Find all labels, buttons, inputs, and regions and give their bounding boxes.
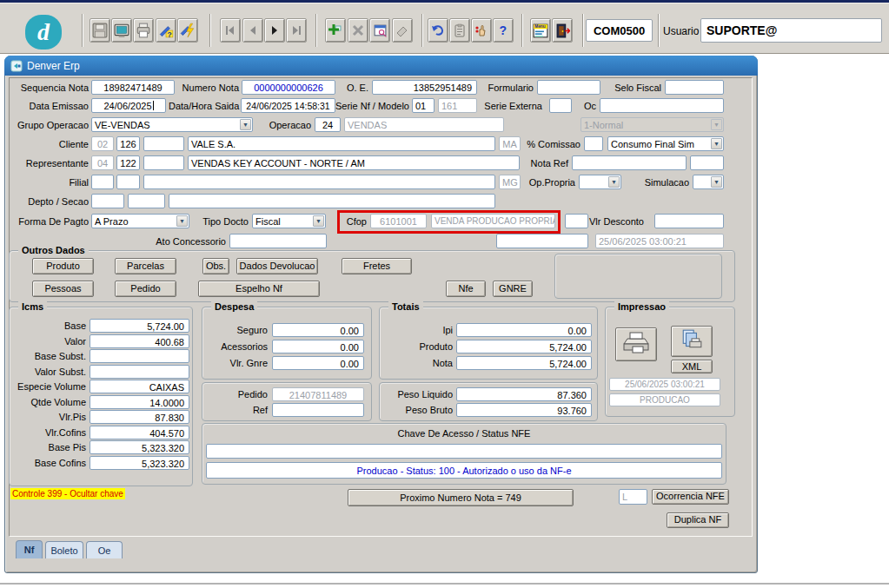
vlr-desconto-field[interactable] — [654, 214, 724, 228]
tab-boleto[interactable]: Boleto — [45, 541, 83, 558]
tab-oe[interactable]: Oe — [86, 541, 123, 558]
vlr-pis-field[interactable]: 87.830 — [90, 410, 189, 424]
peso-liquido-field[interactable]: 87.360 — [456, 387, 592, 401]
nav-last-button[interactable] — [286, 18, 307, 43]
secao-field[interactable] — [128, 194, 165, 208]
serie-nf-field[interactable]: 01 — [412, 98, 435, 113]
edit-help-button[interactable]: ? — [156, 18, 176, 43]
l-field[interactable]: L — [619, 489, 647, 505]
nav-next-button[interactable] — [264, 18, 285, 43]
nota-ref-field[interactable] — [572, 155, 687, 170]
comissao-field[interactable] — [584, 136, 603, 151]
window-titlebar[interactable]: Denver Erp — [4, 56, 758, 76]
numero-nota-field[interactable]: 0000000000626 — [242, 80, 335, 95]
forma-pagto-dropdown[interactable]: A Prazo▼ — [91, 214, 189, 228]
imprimir-nf-button[interactable] — [615, 327, 657, 361]
seguro-field[interactable]: 0.00 — [272, 323, 364, 337]
undo-button[interactable] — [428, 18, 448, 43]
icms-base-field[interactable]: 5,724.00 — [90, 319, 189, 333]
acessorios-field[interactable]: 0.00 — [272, 340, 364, 353]
exit-button[interactable] — [552, 18, 573, 43]
cfop-extra-field[interactable] — [565, 214, 588, 228]
total-produto-field[interactable]: 5,724.00 — [456, 340, 592, 353]
dropdown-arrow-icon[interactable]: ▼ — [313, 215, 324, 227]
ipi-field[interactable]: 0.00 — [456, 323, 592, 337]
peso-bruto-field[interactable]: 93.760 — [456, 403, 592, 417]
especie-volume-field[interactable]: CAIXAS — [90, 380, 189, 393]
execute-button[interactable] — [177, 18, 198, 43]
add-record-button[interactable] — [325, 18, 346, 43]
operacao-codigo-field[interactable]: 24 — [315, 117, 341, 132]
icms-valor-field[interactable]: 400.68 — [90, 334, 189, 348]
total-nota-field[interactable]: 5,724.00 — [456, 356, 592, 370]
consumo-final-dropdown[interactable]: Consumo Final Sim▼ — [607, 136, 724, 151]
dados-devolucao-button[interactable]: Dados Devolucao — [236, 258, 318, 274]
save-button[interactable] — [90, 18, 110, 43]
oc-field[interactable] — [600, 98, 724, 113]
icms-valor-subst-field[interactable] — [90, 365, 189, 379]
delete-record-button[interactable] — [348, 18, 368, 43]
nav-prev-button[interactable] — [242, 18, 263, 43]
dropdown-arrow-icon[interactable]: ▼ — [240, 119, 251, 130]
base-pis-field[interactable]: 5,323.320 — [90, 440, 189, 454]
filial-codigo2-field[interactable] — [116, 175, 140, 189]
serie-externa-field[interactable] — [549, 98, 572, 113]
op-propria-dropdown[interactable]: ▼ — [579, 175, 621, 189]
help-button[interactable]: ? — [493, 18, 514, 43]
filial-nome-field[interactable] — [143, 175, 495, 189]
fretes-button[interactable]: Fretes — [342, 258, 412, 274]
pedido-button[interactable]: Pedido — [115, 281, 176, 297]
extra-field[interactable] — [496, 234, 588, 248]
parcelas-button[interactable]: Parcelas — [115, 258, 176, 274]
ato-concessorio-field[interactable] — [229, 234, 327, 248]
simulacao-dropdown[interactable]: ▼ — [693, 175, 724, 189]
ocorrencia-nfe-button[interactable]: Ocorrencia NFE — [652, 489, 729, 505]
hand-help-button[interactable] — [471, 18, 492, 43]
print-button[interactable] — [133, 18, 154, 43]
obs-button[interactable]: Obs. — [202, 258, 229, 274]
tipo-docto-dropdown[interactable]: Fiscal▼ — [252, 214, 326, 228]
dropdown-arrow-icon[interactable]: ▼ — [608, 176, 620, 188]
proximo-numero-button[interactable]: Proximo Numero Nota = 749 — [348, 489, 574, 506]
preview-button[interactable] — [111, 18, 132, 43]
vlr-gnre-field[interactable]: 0.00 — [272, 356, 364, 370]
sequencia-nota-field[interactable]: 18982471489 — [91, 80, 175, 95]
duplica-nf-button[interactable]: Duplica NF — [667, 512, 729, 528]
base-cofins-field[interactable]: 5,323.320 — [90, 456, 189, 470]
cliente-nome-field[interactable]: VALE S.A. — [188, 136, 495, 151]
pessoas-button[interactable]: Pessoas — [32, 281, 94, 297]
xml-button[interactable]: XML — [671, 360, 713, 373]
qtde-volume-field[interactable]: 14.0000 — [90, 395, 189, 409]
data-hora-saida-field[interactable]: 24/06/2025 14:58:31 — [241, 98, 335, 113]
imprimir-danfe-button[interactable] — [671, 326, 713, 357]
data-emissao-field[interactable]: 24/06/2025 — [91, 98, 166, 113]
icms-base-subst-field[interactable] — [90, 349, 189, 363]
menu-button[interactable]: Menu — [530, 18, 551, 43]
representante-nome-field[interactable]: VENDAS KEY ACCOUNT - NORTE / AM — [188, 155, 520, 170]
usuario-field[interactable]: SUPORTE@ — [700, 18, 882, 43]
nota-ref-serie-field[interactable] — [690, 155, 724, 170]
search-form-button[interactable] — [369, 18, 390, 43]
selo-fiscal-field[interactable] — [665, 80, 724, 95]
ref-field[interactable] — [272, 403, 364, 417]
cliente-codigo3-field[interactable] — [143, 136, 184, 151]
espelho-nf-button[interactable]: Espelho Nf — [198, 281, 320, 297]
oe-field[interactable]: 13852951489 — [372, 80, 477, 95]
dropdown-arrow-icon[interactable]: ▼ — [711, 176, 722, 188]
nfe-button[interactable]: Nfe — [446, 281, 486, 297]
formulario-field[interactable] — [537, 80, 600, 95]
paste-button[interactable] — [449, 18, 470, 43]
depto-field[interactable] — [91, 194, 124, 208]
depto-secao-descricao-field[interactable] — [169, 194, 495, 208]
cliente-codigo2-field[interactable]: 126 — [116, 136, 140, 151]
nav-first-button[interactable] — [220, 18, 241, 43]
dropdown-arrow-icon[interactable]: ▼ — [176, 215, 188, 227]
representante-codigo2-field[interactable]: 122 — [116, 155, 140, 170]
representante-codigo3-field[interactable] — [143, 155, 184, 170]
gnre-button[interactable]: GNRE — [493, 281, 533, 297]
filial-codigo1-field[interactable] — [91, 175, 114, 189]
chave-acesso-field[interactable] — [206, 444, 722, 459]
vlr-cofins-field[interactable]: 404.570 — [90, 426, 189, 439]
dropdown-arrow-icon[interactable]: ▼ — [711, 138, 722, 149]
tab-nf[interactable]: Nf — [16, 540, 43, 558]
